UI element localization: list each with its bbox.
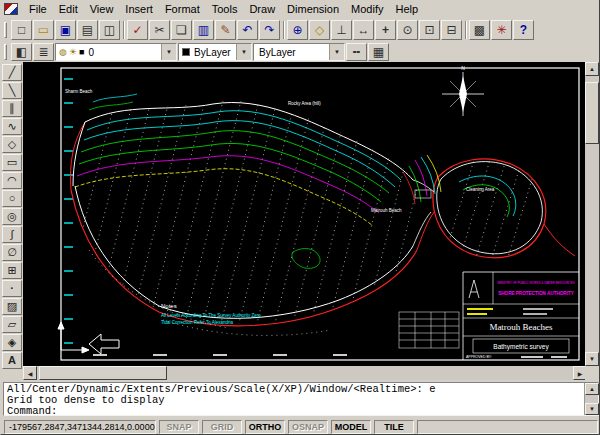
dropdown-arrow-icon[interactable] — [161, 44, 176, 60]
command-window: All/Center/Dynamic/Extents/Previous/Scal… — [1, 380, 600, 418]
boundary-icon[interactable]: ◈ — [2, 334, 22, 351]
layer-name: 0 — [86, 47, 96, 58]
place-labels: Sharm Beach Rocky Area (hill) Matrouh Be… — [65, 89, 495, 213]
aerial-view-icon[interactable]: ▩ — [469, 20, 490, 40]
linetype-value: ByLayer — [257, 47, 298, 58]
polyline-icon[interactable]: ∿ — [2, 118, 22, 135]
help-icon[interactable]: ? — [513, 20, 534, 40]
object-properties-toolbar: ◧ ≣ ◍ ☀ ■ 0 ByLayer ByLayer ╍ ▦ — [1, 42, 599, 62]
command-prompt[interactable]: Command: — [7, 406, 581, 417]
status-filler — [417, 420, 598, 434]
horizontal-scroll-thumb[interactable] — [39, 366, 167, 380]
redraw-icon[interactable]: ✳ — [491, 20, 512, 40]
snap-toggle[interactable]: SNAP — [159, 420, 199, 434]
command-text[interactable]: All/Center/Dynamic/Extents/Previous/Scal… — [7, 384, 581, 417]
rectangle-icon[interactable]: ▭ — [2, 154, 22, 171]
donut-icon[interactable]: ◎ — [2, 208, 22, 225]
grid-toggle[interactable]: GRID — [202, 420, 242, 434]
zoom-previous-icon[interactable]: ⊟ — [441, 20, 462, 40]
linetype-manager-icon[interactable]: ╍ — [346, 43, 367, 61]
print-preview-icon[interactable]: ◫ — [99, 20, 120, 40]
scroll-down-icon[interactable] — [585, 352, 599, 366]
scroll-up-icon[interactable] — [585, 62, 599, 76]
approved-by-label: APPROVED BY: — [466, 355, 492, 359]
vertical-scrollbar[interactable] — [585, 62, 599, 366]
command-history[interactable]: All/Center/Dynamic/Extents/Previous/Scal… — [3, 382, 599, 416]
osnap-toggle[interactable]: OSNAP — [288, 420, 328, 434]
cut-icon[interactable]: ✂ — [149, 20, 170, 40]
hatch-icon[interactable]: ▨ — [2, 298, 22, 315]
menu-tools[interactable]: Tools — [206, 2, 244, 17]
menu-dimension[interactable]: Dimension — [281, 2, 345, 17]
launch-browser-icon[interactable]: ⊕ — [287, 20, 308, 40]
notes-line-1: All Levels According To The Survey Autho… — [161, 313, 261, 318]
scroll-left-icon[interactable] — [23, 366, 37, 380]
spelling-icon[interactable]: ✓ — [127, 20, 148, 40]
toolbar-grip[interactable] — [4, 44, 7, 60]
tile-toggle[interactable]: TILE — [374, 420, 414, 434]
polygon-icon[interactable]: ◇ — [2, 136, 22, 153]
copy-icon[interactable]: ❏ — [171, 20, 192, 40]
menu-view[interactable]: View — [84, 2, 120, 17]
ortho-toggle[interactable]: ORTHO — [245, 420, 285, 434]
make-layer-current-icon[interactable]: ◧ — [11, 43, 32, 61]
rocky-area-label: Rocky Area (hill) — [288, 101, 321, 106]
dropdown-arrow-icon[interactable] — [329, 44, 344, 60]
command-scrollbar[interactable] — [584, 383, 598, 415]
properties-icon[interactable]: ▦ — [368, 43, 389, 61]
toolbar-grip[interactable] — [4, 22, 7, 38]
menu-draw[interactable]: Draw — [243, 2, 281, 17]
paste-icon[interactable]: ▥ — [193, 20, 214, 40]
color-dropdown[interactable]: ByLayer — [178, 43, 252, 61]
undo-icon[interactable]: ↶ — [237, 20, 258, 40]
vertical-scroll-thumb[interactable] — [585, 82, 599, 144]
object-snap-icon[interactable]: ◇ — [309, 20, 330, 40]
layer-on-icon: ◍ — [59, 48, 67, 57]
region-icon[interactable]: ▱ — [2, 316, 22, 333]
title-block: MINISTRY OF PUBLIC WORKS & WATER RESOURC… — [463, 272, 579, 360]
horizontal-scrollbar[interactable] — [23, 366, 587, 380]
open-icon[interactable]: ▭ — [33, 20, 54, 40]
menu-insert[interactable]: Insert — [119, 2, 159, 17]
scroll-up-icon[interactable] — [585, 383, 599, 395]
scroll-down-icon[interactable] — [585, 403, 599, 415]
sounding-transects — [53, 77, 481, 347]
vertical-scroll-track[interactable] — [585, 76, 599, 352]
pan-realtime-icon[interactable]: + — [375, 20, 396, 40]
menu-help[interactable]: Help — [389, 2, 424, 17]
menu-file[interactable]: File — [23, 2, 53, 17]
layers-icon[interactable]: ≣ — [33, 43, 54, 61]
circle-icon[interactable]: ○ — [2, 190, 22, 207]
menu-edit[interactable]: Edit — [53, 2, 84, 17]
linetype-dropdown[interactable]: ByLayer — [253, 43, 345, 61]
new-icon[interactable]: □ — [11, 20, 32, 40]
zoom-window-icon[interactable]: ⊡ — [419, 20, 440, 40]
match-properties-icon[interactable]: ✎ — [215, 20, 236, 40]
north-arrow: N — [442, 65, 484, 116]
insert-block-icon[interactable]: ⊞ — [2, 262, 22, 279]
layer-dropdown[interactable]: ◍ ☀ ■ 0 — [55, 43, 177, 61]
dropdown-arrow-icon[interactable] — [236, 44, 251, 60]
line-icon[interactable]: ╱ — [2, 64, 22, 81]
horizontal-scroll-track[interactable] — [37, 366, 573, 380]
point-icon[interactable]: · — [2, 280, 22, 297]
ellipse-icon[interactable]: ∅ — [2, 244, 22, 261]
ucs-icon[interactable]: ⊥ — [331, 20, 352, 40]
zoom-realtime-icon[interactable]: ⊙ — [397, 20, 418, 40]
drawing-app-icon[interactable] — [4, 3, 18, 15]
spline-icon[interactable]: ∫ — [2, 226, 22, 243]
menu-format[interactable]: Format — [159, 2, 206, 17]
multiline-icon[interactable]: ∥ — [2, 100, 22, 117]
save-icon[interactable]: ▣ — [55, 20, 76, 40]
menu-modify[interactable]: Modify — [345, 2, 389, 17]
model-toggle[interactable]: MODEL — [331, 420, 371, 434]
arc-icon[interactable]: ◠ — [2, 172, 22, 189]
redo-icon[interactable]: ↷ — [259, 20, 280, 40]
print-icon[interactable]: ▤ — [77, 20, 98, 40]
drawing-canvas[interactable]: N Sharm Beach Rocky Area (hill) Matrouh … — [23, 62, 587, 366]
matrouh-beach-label: Matrouh Beach — [371, 208, 402, 213]
mtext-icon[interactable]: A — [2, 352, 22, 369]
distance-icon[interactable]: ↔ — [353, 20, 374, 40]
construction-line-icon[interactable]: ╲ — [2, 82, 22, 99]
toolbar-separator — [465, 21, 466, 39]
